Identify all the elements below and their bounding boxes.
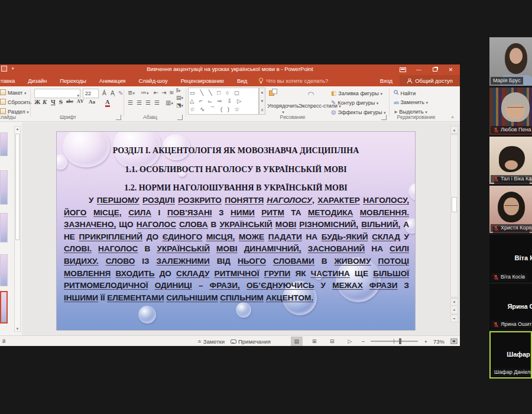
participant-tile-active-speaker[interactable]: Шафар Даніела Шафар Даніела xyxy=(489,331,532,379)
paragraph-dialog-launcher[interactable] xyxy=(177,115,183,120)
increase-indent-icon[interactable]: ⇥ xyxy=(161,89,166,96)
clear-format-icon[interactable]: ✎ xyxy=(118,90,123,96)
font-dialog-launcher[interactable] xyxy=(116,115,121,120)
justify-icon[interactable]: ☰ xyxy=(154,99,160,106)
ribbon-display-options-button[interactable] xyxy=(395,64,411,75)
slide-thumbnail-selected[interactable] xyxy=(0,291,8,324)
shape-outline-button[interactable]: ✎ Контур фигуры ▾ xyxy=(331,99,378,106)
participant-tile[interactable]: Ярина Ошитко Ярина Ошитко xyxy=(489,284,532,329)
scroll-down-icon[interactable]: ▼ xyxy=(450,298,458,306)
slide-body-text[interactable]: У ПЕРШОМУ РОЗДІЛІ РОЗКРИТО ПОНЯТТЯ НАГОЛ… xyxy=(64,195,409,304)
language-indicator[interactable]: й xyxy=(2,338,5,344)
tab-animations[interactable]: Анимация xyxy=(93,75,132,86)
participant-tile[interactable]: Христя Корпан xyxy=(489,186,532,233)
slide-title-line[interactable]: 1.2. НОРМИ НАГОЛОШУВАННЯ В УКРАЇНСЬКІЙ М… xyxy=(74,183,397,193)
slide-thumbnail[interactable] xyxy=(0,132,8,156)
change-case-button[interactable]: Aa xyxy=(89,99,95,105)
participant-name-label: Марія Брус xyxy=(491,77,523,85)
scroll-down-icon[interactable]: ▼ xyxy=(15,327,20,331)
zoom-slider-thumb[interactable] xyxy=(399,338,401,344)
scroll-up-icon[interactable]: ▲ xyxy=(450,126,458,134)
participant-tile[interactable]: Віта Косів Віта Косів xyxy=(489,235,532,282)
strikethrough-button[interactable]: S xyxy=(59,99,63,105)
bullets-button[interactable]: ≣▾ xyxy=(128,89,135,96)
replace-button[interactable]: ab Заменить ▾ xyxy=(394,99,428,105)
reset-button[interactable]: Сбросить xyxy=(0,99,31,105)
layout-icon xyxy=(0,89,6,95)
tab-review[interactable]: Рецензирование xyxy=(174,75,231,86)
share-button[interactable]: Общий доступ xyxy=(400,75,460,86)
grow-font-icon[interactable]: А́ xyxy=(102,90,106,96)
shape-fill-button[interactable]: ◧ Заливка фигуры ▾ xyxy=(331,90,382,96)
shapes-gallery[interactable]: ▭ ╲ ╲ □ ○ ▢△ ⌐ ⌙ ⇨ ⇩ ▷☆ ∿ ⌒ ( ) ☆ xyxy=(188,88,259,115)
participant-tile[interactable]: Марія Брус xyxy=(489,37,532,86)
fit-slide-to-window-button[interactable] xyxy=(450,338,458,345)
italic-button[interactable]: К xyxy=(43,99,47,105)
font-size-box[interactable]: 22 xyxy=(83,89,99,98)
tell-me-box[interactable]: Что вы хотите сделать? xyxy=(254,77,328,84)
slide-thumbnail[interactable] xyxy=(0,213,8,242)
columns-button[interactable]: ▥▾ xyxy=(166,99,173,106)
char-spacing-button[interactable]: АV xyxy=(77,99,84,104)
participant-tile[interactable]: Тал і Віка Кали xyxy=(489,137,532,184)
slide-title-line[interactable]: 1.1. ОСОБЛИВОСТІ НАГОЛОСУ В УКРАЇНСЬКІЙ … xyxy=(74,165,397,174)
zoom-slider[interactable] xyxy=(371,341,418,342)
close-button[interactable]: ✕ xyxy=(443,64,459,75)
restore-button[interactable] xyxy=(427,64,443,75)
zoom-level[interactable]: 73% xyxy=(433,338,445,345)
slide-sorter-view-button[interactable]: ⊞ xyxy=(309,337,320,346)
minimize-button[interactable]: — xyxy=(411,64,427,75)
align-text-button[interactable]: ▤▾ xyxy=(176,95,183,101)
previous-slide-button[interactable]: ⏶ xyxy=(450,306,458,314)
find-button[interactable]: Найти xyxy=(394,90,416,96)
underline-button[interactable]: Ч xyxy=(51,99,56,105)
shrink-font-icon[interactable]: А̗ xyxy=(111,90,115,96)
slide-thumbnail[interactable] xyxy=(0,170,8,205)
scroll-up-icon[interactable]: ▲ xyxy=(15,127,20,131)
thumbnail-scrollbar[interactable]: ▲ ▼ xyxy=(14,126,21,332)
shape-outline-icon: ✎ xyxy=(331,99,338,106)
participant-tile[interactable]: Любов Пена xyxy=(489,88,532,135)
zoom-in-button[interactable]: + xyxy=(424,338,427,345)
convert-smartart-button[interactable]: ⬔▾ xyxy=(176,102,183,108)
arrange-button[interactable]: Упорядочить▾ xyxy=(265,103,301,115)
line-spacing-button[interactable]: ≋ xyxy=(169,89,174,96)
reset-icon xyxy=(0,99,6,105)
bold-button[interactable]: Ж xyxy=(34,99,40,105)
drawing-dialog-launcher[interactable] xyxy=(381,115,387,120)
shape-effects-button[interactable]: ◍ Эффекты фигуры ▾ xyxy=(331,109,386,115)
tab-insert[interactable]: Вставка xyxy=(0,75,21,86)
restore-icon xyxy=(433,67,437,72)
tab-slideshow[interactable]: Слайд-шоу xyxy=(132,75,174,86)
layout-button[interactable]: Макет ▾ xyxy=(0,89,27,96)
font-name-box[interactable]: ▾ xyxy=(34,89,80,98)
align-right-icon[interactable]: ☰ xyxy=(145,99,151,106)
comments-button[interactable]: Примечания xyxy=(231,338,271,345)
next-slide-button[interactable]: ⏷ xyxy=(450,315,458,322)
sign-in-button[interactable]: Вход xyxy=(373,77,400,84)
tab-view[interactable]: Вид xyxy=(231,75,254,86)
collapse-ribbon-icon[interactable]: ˄ xyxy=(451,115,454,120)
quick-styles-button[interactable]: Экспресс-стили ▾ xyxy=(299,103,326,109)
slide-thumbnail[interactable] xyxy=(0,254,8,286)
normal-view-button[interactable]: ▤ xyxy=(291,337,303,346)
zoom-out-button[interactable]: − xyxy=(362,338,365,345)
align-left-icon[interactable]: ☰ xyxy=(128,99,133,106)
scrollbar-thumb[interactable] xyxy=(452,197,457,212)
decrease-indent-icon[interactable]: ⇤ xyxy=(154,89,158,96)
tab-design[interactable]: Дизайн xyxy=(21,75,53,86)
text-direction-button[interactable]: ⫴▾ xyxy=(176,88,180,94)
drawing-group-label: Рисование xyxy=(266,114,319,120)
tab-transitions[interactable]: Переходы xyxy=(53,75,93,86)
slideshow-button[interactable]: ▷ xyxy=(344,337,356,346)
slide-scrollbar[interactable]: ▲ ▼ ⏶ ⏷ xyxy=(450,126,458,323)
reading-view-button[interactable]: ⊟ xyxy=(326,337,338,346)
slide-title-line[interactable]: РОЗДІЛ І. АКЦЕНТОЛОГІЯ ЯК МОВОЗНАВЧА ДИС… xyxy=(74,146,397,156)
text-shadow-button[interactable]: abc xyxy=(66,99,73,104)
font-color-button[interactable]: А xyxy=(105,99,110,107)
desktop: ▾ Вивчення акцентуації на уроках українс… xyxy=(0,0,532,414)
notes-button[interactable]: ≐Заметки xyxy=(197,338,225,345)
numbering-button[interactable]: ≔▾ xyxy=(141,89,149,96)
align-center-icon[interactable]: ☰ xyxy=(137,99,142,106)
slide-canvas[interactable]: РОЗДІЛ І. АКЦЕНТОЛОГІЯ ЯК МОВОЗНАВЧА ДИС… xyxy=(56,131,416,331)
